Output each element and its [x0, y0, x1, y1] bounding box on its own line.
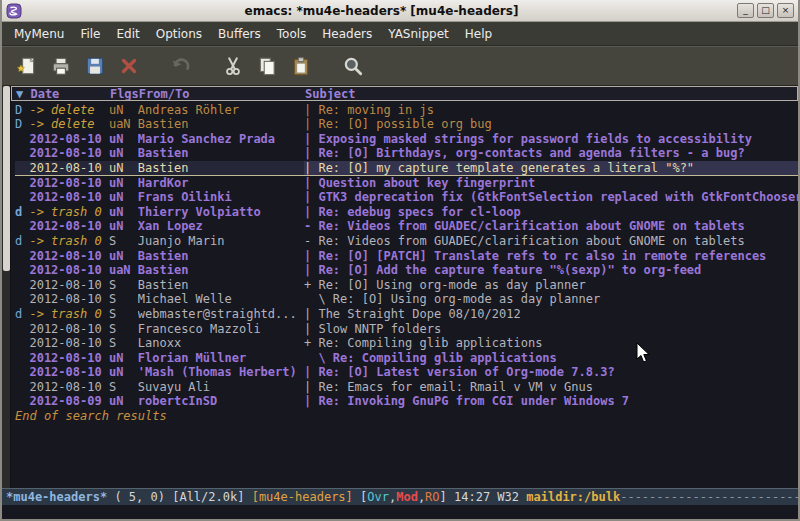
modeline-segment: Mod — [396, 489, 418, 505]
flags-cell: uN — [109, 219, 138, 234]
message-row[interactable]: 2012-08-10uNBastien| Re: [O] Birthdays, … — [15, 146, 798, 161]
message-row[interactable]: 2012-08-10uNMario Sanchez Prada| Exposin… — [15, 132, 798, 147]
date-cell: 2012-08-09 — [29, 394, 108, 409]
message-row[interactable]: 2012-08-09uNrobertcInSD| Re: Invoking Gn… — [15, 394, 798, 409]
menu-item-yasnippet[interactable]: YASnippet — [380, 24, 457, 44]
paste-button[interactable] — [284, 50, 318, 82]
new-file-button[interactable] — [10, 50, 44, 82]
subject-cell: | Question about key fingerprint — [304, 176, 798, 191]
print-button[interactable] — [44, 50, 78, 82]
frame-content: ▼ Date Flgs From/To Subject D-> deleteuN… — [2, 86, 798, 488]
mark-cell: d — [15, 205, 29, 220]
message-list: D-> deleteuNAndreas Röhler| Re: moving i… — [11, 101, 798, 409]
message-row[interactable]: 2012-08-10SSuvayu Ali| Re: Emacs for ema… — [15, 380, 798, 395]
subject-cell: | Re: [O] [PATCH] Translate refs to rc a… — [304, 249, 798, 264]
scrollbar[interactable] — [2, 86, 11, 488]
window-title: emacs: *mu4e-headers* [mu4e-headers] — [26, 4, 737, 18]
message-row[interactable]: d-> trash 0Swebmaster@straightd...| The … — [15, 307, 798, 322]
minimize-button[interactable]: _ — [737, 3, 754, 18]
flags-cell: uN — [109, 161, 138, 175]
message-row[interactable]: D-> deleteuNAndreas Röhler| Re: moving i… — [15, 103, 798, 118]
undo-button — [164, 50, 198, 82]
title-bar[interactable]: emacs: *mu4e-headers* [mu4e-headers] _□× — [2, 0, 798, 22]
message-row[interactable]: 2012-08-10uNBastien| Re: [O] my capture … — [15, 161, 798, 176]
date-cell: 2012-08-10 — [29, 190, 108, 205]
subject-cell: - Re: Videos from GUADEC/clarification a… — [304, 219, 798, 234]
message-row[interactable]: 2012-08-10uNHardKor| Question about key … — [15, 176, 798, 191]
column-header-from[interactable]: From/To — [139, 87, 305, 100]
mark-cell — [15, 292, 29, 307]
mark-cell — [15, 176, 29, 191]
message-row[interactable]: 2012-08-10SFrancesco Mazzoli| Slow NNTP … — [15, 322, 798, 337]
modeline-segment: [ — [353, 489, 367, 505]
close-button[interactable]: × — [777, 3, 794, 18]
flags-cell: uN — [109, 205, 138, 220]
menu-item-file[interactable]: File — [72, 24, 108, 44]
from-cell: Frans Oilinki — [138, 190, 304, 205]
from-cell: Florian Müllner — [138, 351, 304, 366]
message-row[interactable]: 2012-08-10uNFrans Oilinki| GTK3 deprecat… — [15, 190, 798, 205]
modeline-segment: [mu4e-headers] — [252, 489, 353, 505]
flags-cell: S — [109, 292, 138, 307]
emacs-icon — [6, 3, 22, 19]
mode-line[interactable]: *mu4e-headers* ( 5, 0) [All/2.0k] [mu4e-… — [2, 488, 798, 505]
message-row[interactable]: 2012-08-10uN'Mash (Thomas Herbert)| Re: … — [15, 365, 798, 380]
message-row[interactable]: 2012-08-10SLanoxx+ Re: Compiling glib ap… — [15, 336, 798, 351]
mark-cell — [15, 219, 29, 234]
date-cell: -> trash 0 — [29, 205, 108, 220]
from-cell: Xan Lopez — [138, 219, 304, 234]
date-cell: 2012-08-10 — [29, 278, 108, 293]
search-button[interactable] — [336, 50, 370, 82]
message-row[interactable]: 2012-08-10uNXan Lopez- Re: Videos from G… — [15, 219, 798, 234]
mark-cell — [15, 278, 29, 293]
flags-cell: uN — [109, 365, 138, 380]
column-header-subject[interactable]: Subject — [305, 87, 797, 100]
from-cell: Bastien — [138, 278, 304, 293]
scrollbar-thumb[interactable] — [3, 86, 10, 271]
modeline-segment: , — [389, 489, 396, 505]
mark-cell — [15, 394, 29, 409]
menu-item-edit[interactable]: Edit — [109, 24, 148, 44]
menu-item-tools[interactable]: Tools — [269, 24, 315, 44]
cut-button[interactable] — [216, 50, 250, 82]
maximize-button[interactable]: □ — [757, 3, 774, 18]
message-row[interactable]: 2012-08-10uNFlorian Müllner \ Re: Compil… — [15, 351, 798, 366]
menu-item-buffers[interactable]: Buffers — [210, 24, 269, 44]
column-header-flags[interactable]: Flgs — [110, 87, 139, 100]
header-line[interactable]: ▼ Date Flgs From/To Subject — [11, 86, 798, 101]
message-row[interactable]: 2012-08-10SBastien+ Re: [O] Using org-mo… — [15, 278, 798, 293]
save-button[interactable] — [78, 50, 112, 82]
from-cell: Suvayu Ali — [138, 380, 304, 395]
column-header-date[interactable]: Date — [30, 87, 109, 100]
flags-cell: S — [109, 307, 138, 322]
mark-cell — [15, 263, 29, 278]
mark-cell — [15, 161, 29, 175]
menu-item-help[interactable]: Help — [457, 24, 500, 44]
menu-item-options[interactable]: Options — [148, 24, 210, 44]
subject-cell: | Re: [O] Add the capture feature "%(sex… — [304, 263, 798, 278]
mu4e-headers-buffer: ▼ Date Flgs From/To Subject D-> deleteuN… — [11, 86, 798, 488]
message-row[interactable]: d-> trash 0SJuanjo Marin- Re: Videos fro… — [15, 234, 798, 249]
copy-button[interactable] — [250, 50, 284, 82]
menu-item-mymenu[interactable]: MyMenu — [6, 24, 72, 44]
mark-cell — [15, 336, 29, 351]
message-row[interactable]: D-> deleteuaNBastien| Re: [O] possible o… — [15, 117, 798, 132]
message-row[interactable]: 2012-08-10uNBastien| Re: [O] [PATCH] Tra… — [15, 249, 798, 264]
date-cell: -> delete — [29, 103, 108, 118]
flags-cell: uN — [109, 394, 138, 409]
close-button[interactable] — [112, 50, 146, 82]
emacs-window: emacs: *mu4e-headers* [mu4e-headers] _□×… — [0, 0, 800, 521]
modeline-segment: ( 5, 0) [All/2.0k] — [107, 489, 252, 505]
flags-cell: S — [109, 322, 138, 337]
copy-icon — [256, 55, 278, 77]
date-cell: 2012-08-10 — [29, 219, 108, 234]
menu-item-headers[interactable]: Headers — [314, 24, 380, 44]
modeline-segment: ---------------------------------------- — [620, 489, 798, 505]
message-row[interactable]: 2012-08-10uaNBastien| Re: [O] Add the ca… — [15, 263, 798, 278]
message-row[interactable]: d-> trash 0uNThierry Volpiatto| Re: edeb… — [15, 205, 798, 220]
flags-cell: uN — [109, 103, 138, 118]
end-of-results-text: End of search results — [11, 409, 798, 424]
message-row[interactable]: 2012-08-10SMichael Welle \ Re: [O] Using… — [15, 292, 798, 307]
menu-bar: MyMenuFileEditOptionsBuffersToolsHeaders… — [2, 22, 798, 46]
subject-cell: | Re: Emacs for email: Rmail v VM v Gnus — [304, 380, 798, 395]
